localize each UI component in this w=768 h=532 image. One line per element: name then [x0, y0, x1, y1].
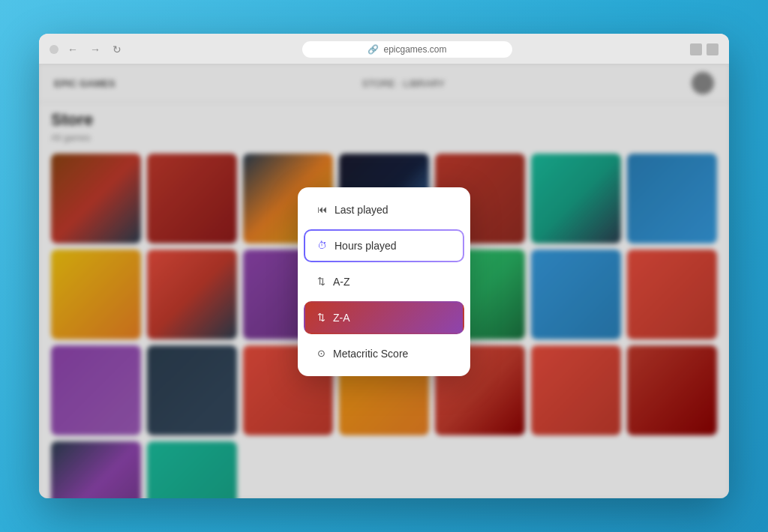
- browser-chrome: ← → ↻ 🔗 epicgames.com: [39, 34, 729, 64]
- split-view-icon[interactable]: [706, 43, 718, 55]
- sort-menu-overlay: ⏮ Last played ⏱ Hours played ⇅ A-Z ⇅ Z-A…: [39, 64, 729, 498]
- refresh-icon[interactable]: ↻: [110, 42, 124, 57]
- sort-option-hours-played[interactable]: ⏱ Hours played: [304, 229, 464, 262]
- link-icon: 🔗: [368, 44, 379, 55]
- sort-label-hours-played: Hours played: [334, 240, 397, 252]
- sort-option-a-z[interactable]: ⇅ A-Z: [304, 265, 464, 298]
- browser-window: ← → ↻ 🔗 epicgames.com EPIC GAMES STORE ·…: [39, 34, 729, 498]
- sort-label-z-a: Z-A: [333, 312, 350, 324]
- sort-menu: ⏮ Last played ⏱ Hours played ⇅ A-Z ⇅ Z-A…: [298, 187, 470, 376]
- last-played-icon: ⏮: [317, 204, 327, 215]
- address-bar[interactable]: 🔗 epicgames.com: [302, 41, 512, 58]
- sort-label-metacritic: Metacritic Score: [333, 348, 408, 360]
- address-bar-container: 🔗 epicgames.com: [130, 41, 684, 58]
- browser-sidebar-btn[interactable]: [50, 45, 58, 54]
- tab-switcher-icon[interactable]: [690, 43, 702, 55]
- sort-option-z-a[interactable]: ⇅ Z-A: [304, 301, 464, 334]
- sort-option-metacritic[interactable]: ⊙ Metacritic Score: [304, 337, 464, 370]
- sort-label-last-played: Last played: [334, 204, 388, 216]
- hours-played-icon: ⏱: [317, 240, 327, 251]
- back-icon[interactable]: ←: [64, 42, 81, 57]
- metacritic-icon: ⊙: [317, 348, 326, 359]
- address-text: epicgames.com: [383, 44, 446, 55]
- window-controls: [690, 43, 718, 55]
- a-z-icon: ⇅: [317, 276, 326, 287]
- app-content: EPIC GAMES STORE · LIBRARY Store All gam…: [39, 64, 729, 498]
- sort-option-last-played[interactable]: ⏮ Last played: [304, 193, 464, 226]
- sort-label-a-z: A-Z: [333, 276, 350, 288]
- forward-icon[interactable]: →: [87, 42, 104, 57]
- z-a-icon: ⇅: [317, 312, 326, 323]
